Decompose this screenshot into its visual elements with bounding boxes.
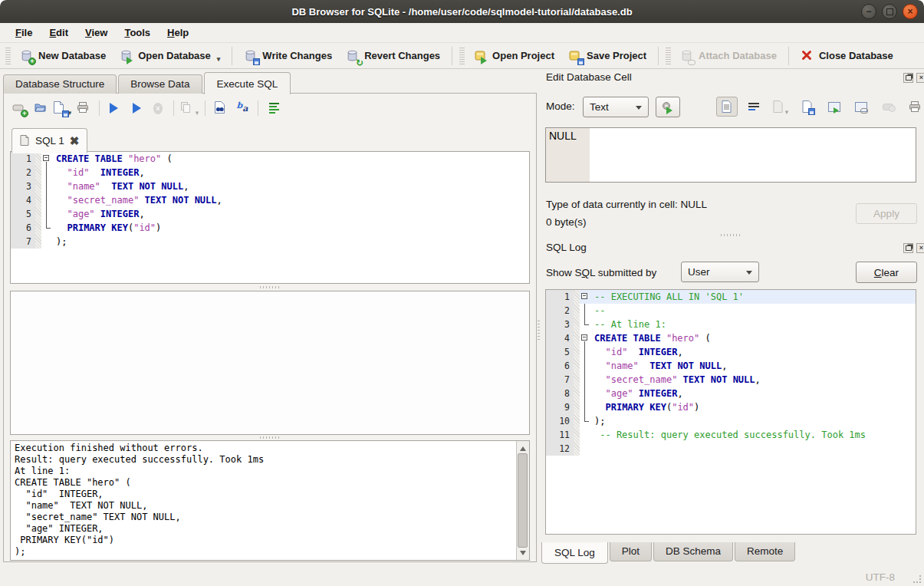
clear-log-button[interactable]: Clear xyxy=(856,262,917,283)
open-in-browser-button[interactable] xyxy=(824,97,845,117)
menu-edit[interactable]: Edit xyxy=(41,25,76,41)
cell-size-info: 0 byte(s) xyxy=(546,216,587,228)
open-url-button[interactable] xyxy=(850,97,872,117)
print-cell-button[interactable] xyxy=(904,97,924,117)
execution-output-text: Execution finished without errors. Resul… xyxy=(11,441,517,560)
scrollbar-thumb[interactable] xyxy=(518,453,528,548)
copy-results-icon xyxy=(180,101,194,115)
stop-execution-button: × xyxy=(149,99,167,117)
menu-help[interactable]: Help xyxy=(159,25,196,41)
format-sql-button[interactable] xyxy=(265,99,283,117)
toolbar-label: Save Project xyxy=(587,50,646,61)
title-bar[interactable]: DB Browser for SQLite - /home/user/code/… xyxy=(0,0,924,24)
toolbar-separator xyxy=(258,100,258,116)
maximize-button[interactable] xyxy=(882,4,897,19)
window-controls: − × xyxy=(861,4,918,19)
code-line: 10); xyxy=(546,414,916,428)
code-line: 12 xyxy=(546,442,916,456)
menu-file[interactable]: File xyxy=(8,25,40,41)
write-changes-icon xyxy=(244,49,258,63)
dropdown-caret-icon: ▾ xyxy=(196,109,199,117)
code-line: 8 "age" INTEGER, xyxy=(546,387,916,400)
toolbar-label: Close Database xyxy=(819,50,893,61)
text-mode-button[interactable] xyxy=(716,97,738,117)
main-toolbar: + New Database Open Database ▾ Write Cha… xyxy=(0,43,924,69)
scrollbar-down-button[interactable] xyxy=(517,548,528,560)
resize-grip[interactable] xyxy=(912,574,922,584)
splitter-cell-log[interactable] xyxy=(545,232,916,238)
cell-value: NULL xyxy=(549,130,577,142)
stop-icon: × xyxy=(153,103,163,114)
results-grid[interactable] xyxy=(10,291,530,435)
menu-bar: File Edit View Tools Help xyxy=(0,23,924,43)
find-button[interactable] xyxy=(212,99,230,117)
mode-select[interactable]: Text xyxy=(583,97,649,117)
toolbar-grip[interactable] xyxy=(666,48,671,64)
code-line: 7); xyxy=(11,235,529,249)
execute-all-button[interactable] xyxy=(106,99,124,117)
edit-cell-title: Edit Database Cell xyxy=(546,71,632,83)
cell-editor-toolbar: ▾ xyxy=(716,97,924,117)
tab-database-structure[interactable]: Database Structure xyxy=(3,74,117,94)
sql-log-filter-select[interactable]: User xyxy=(681,262,759,282)
open-external-app-button[interactable] xyxy=(656,97,680,117)
save-project-button[interactable]: Save Project xyxy=(561,46,653,66)
dropdown-caret-icon[interactable]: ▾ xyxy=(217,55,221,63)
attach-database-icon xyxy=(680,49,694,63)
open-database-button[interactable]: Open Database ▾ xyxy=(113,46,227,66)
tab-db-schema[interactable]: DB Schema xyxy=(653,542,733,561)
open-sql-file-button[interactable] xyxy=(31,99,50,117)
word-wrap-button[interactable] xyxy=(743,97,765,117)
execution-output[interactable]: Execution finished without errors. Resul… xyxy=(10,440,530,561)
status-bar: UTF-8 xyxy=(0,563,924,586)
close-panel-icon[interactable]: × xyxy=(916,243,924,253)
open-sql-tab-button[interactable]: + xyxy=(10,99,28,117)
close-button[interactable]: × xyxy=(903,4,918,19)
execute-line-button[interactable] xyxy=(127,99,146,117)
toolbar-grip[interactable] xyxy=(459,48,465,64)
text-document-icon xyxy=(722,100,732,113)
sql-editor[interactable]: 1CREATE TABLE "hero" (2 "id" INTEGER,3 "… xyxy=(10,151,530,284)
save-sql-file-button[interactable]: ▾ xyxy=(53,99,71,117)
tab-sql-log[interactable]: SQL Log xyxy=(541,542,608,564)
tab-remote[interactable]: Remote xyxy=(735,542,795,561)
find-replace-button[interactable]: ba xyxy=(233,99,252,117)
code-line: 4CREATE TABLE "hero" ( xyxy=(546,331,916,345)
close-database-button[interactable]: Close Database xyxy=(794,46,900,66)
sql-log-title: SQL Log xyxy=(546,242,587,253)
sql-log-editor[interactable]: 1-- EXECUTING ALL IN 'SQL 1'2--3-- At li… xyxy=(545,289,916,535)
menu-tools[interactable]: Tools xyxy=(117,25,158,41)
toolbar-separator xyxy=(788,47,789,65)
scrollbar-up-button[interactable] xyxy=(517,441,528,453)
write-changes-button[interactable]: Write Changes xyxy=(237,46,339,66)
minimize-button[interactable]: − xyxy=(861,4,876,19)
float-panel-icon[interactable] xyxy=(903,73,913,83)
tab-browse-data[interactable]: Browse Data xyxy=(118,74,202,94)
toolbar-grip[interactable] xyxy=(5,48,11,64)
print-sql-button[interactable] xyxy=(74,99,93,117)
toolbar-label: Revert Changes xyxy=(364,50,440,61)
close-panel-icon[interactable]: × xyxy=(916,73,924,83)
sql-tab[interactable]: SQL 1 ✖ xyxy=(12,128,87,153)
toolbar-separator xyxy=(205,100,206,116)
open-project-button[interactable]: Open Project xyxy=(467,46,561,66)
splitter-main-vertical[interactable] xyxy=(536,230,541,430)
close-tab-icon[interactable]: ✖ xyxy=(70,135,80,146)
code-line: 7 "secret_name" TEXT NOT NULL, xyxy=(546,373,916,387)
cell-value-editor[interactable]: NULL xyxy=(545,127,916,183)
float-panel-icon[interactable] xyxy=(903,243,913,253)
application-window: DB Browser for SQLite - /home/user/code/… xyxy=(0,0,924,586)
revert-changes-button[interactable]: ↻ Revert Changes xyxy=(339,46,447,66)
tab-execute-sql[interactable]: Execute SQL xyxy=(204,72,291,94)
export-cell-button[interactable] xyxy=(797,97,818,117)
save-project-icon xyxy=(568,49,582,63)
open-database-icon xyxy=(120,49,133,63)
output-scrollbar[interactable] xyxy=(516,441,529,560)
toolbar-separator xyxy=(232,47,232,65)
execute-sql-panel: + ▾ xyxy=(3,93,537,562)
menu-view[interactable]: View xyxy=(77,25,115,41)
new-database-button[interactable]: + New Database xyxy=(13,46,113,66)
tab-plot[interactable]: Plot xyxy=(610,542,652,561)
splitter-results-output[interactable] xyxy=(10,435,530,440)
splitter-editor-results[interactable] xyxy=(10,285,530,290)
